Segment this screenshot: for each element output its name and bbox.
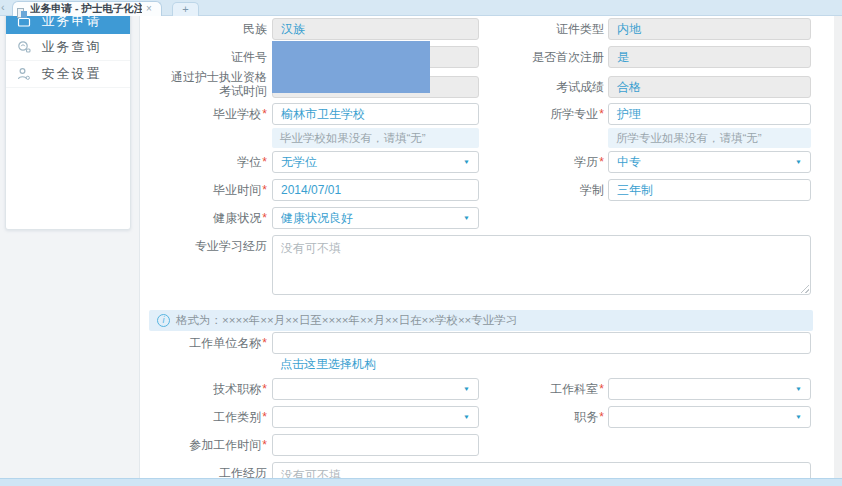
required-asterisk: *: [262, 183, 267, 197]
chevron-down-icon: ▼: [795, 408, 802, 426]
selected-value: 无学位: [281, 152, 463, 172]
work-experience-textarea[interactable]: [272, 462, 811, 478]
label-education: 学历*: [486, 151, 604, 173]
graduation-school-input[interactable]: 榆林市卫生学校: [272, 103, 479, 125]
browser-tab[interactable]: 业务申请 - 护士电子化注 ×: [12, 1, 162, 16]
selected-value: 中专: [617, 152, 795, 172]
chevron-down-icon: ▼: [463, 153, 470, 171]
first-registration-field: 是: [608, 46, 811, 68]
sidebar-item-label: 安全设置: [39, 65, 130, 83]
required-asterisk: *: [262, 410, 267, 424]
label-work-category: 工作类别*: [140, 406, 267, 428]
exam-result-field: 合格: [608, 76, 811, 98]
graduation-date-input[interactable]: 2014/07/01: [272, 179, 479, 201]
label-schooling-length: 学制: [486, 179, 604, 201]
chevron-down-icon: ▼: [795, 380, 802, 398]
tab-bar: ‹ 业务申请 - 护士电子化注 × +: [0, 0, 842, 16]
graduation-school-hint: 毕业学校如果没有，请填“无”: [272, 128, 479, 148]
join-work-time-input[interactable]: [272, 434, 479, 456]
person-query-icon: [17, 40, 31, 54]
label-work-department: 工作科室*: [486, 378, 604, 400]
required-asterisk: *: [599, 382, 604, 396]
redaction-overlay: [272, 41, 430, 93]
person-icon: [17, 67, 31, 81]
tab-scroll-left-icon[interactable]: ‹: [1, 0, 5, 15]
chevron-down-icon: ▼: [463, 380, 470, 398]
label-join-work-time: 参加工作时间*: [140, 434, 267, 456]
label-work-unit: 工作单位名称*: [140, 332, 267, 354]
scrollbar-track[interactable]: [834, 16, 842, 478]
format-info-text: 格式为：××××年××月××日至××××年××月××日在××学校××专业学习: [176, 313, 517, 328]
label-position: 职务*: [486, 406, 604, 428]
tab-close-icon[interactable]: ×: [146, 4, 152, 14]
schooling-length-input[interactable]: 三年制: [608, 179, 811, 201]
label-graduation-date: 毕业时间*: [140, 179, 267, 201]
label-work-experience: 工作经历: [140, 462, 267, 478]
technical-title-select[interactable]: ▼: [272, 378, 479, 400]
id-type-field: 内地: [608, 18, 811, 40]
required-asterisk: *: [262, 211, 267, 225]
label-first-registration: 是否首次注册: [486, 46, 604, 68]
study-experience-textarea[interactable]: [272, 235, 811, 295]
required-asterisk: *: [262, 107, 267, 121]
chevron-down-icon: ▼: [463, 209, 470, 227]
health-status-select[interactable]: 健康状况良好 ▼: [272, 207, 479, 229]
sidebar-item-business-query[interactable]: 业务查询: [6, 34, 130, 61]
label-major: 所学专业*: [486, 103, 604, 125]
new-tab-button[interactable]: +: [172, 2, 199, 16]
label-exam-pass-time: 通过护士执业资格考试时间: [140, 70, 267, 98]
sidebar-item-label: 业务查询: [39, 38, 130, 56]
selected-value: 健康状况良好: [281, 208, 463, 228]
sidebar-item-security-settings[interactable]: 安全设置: [6, 61, 130, 88]
required-asterisk: *: [262, 438, 267, 452]
label-ethnicity: 民族: [140, 18, 267, 40]
work-unit-input[interactable]: [272, 332, 811, 354]
required-asterisk: *: [262, 336, 267, 350]
label-id-type: 证件类型: [486, 18, 604, 40]
select-institution-link[interactable]: 点击这里选择机构: [280, 356, 376, 373]
required-asterisk: *: [262, 155, 267, 169]
label-study-experience: 专业学习经历: [140, 235, 267, 257]
sidebar: 业务申请 业务查询 安全设置: [5, 6, 131, 230]
position-select[interactable]: ▼: [608, 406, 811, 428]
work-category-select[interactable]: ▼: [272, 406, 479, 428]
required-asterisk: *: [262, 382, 267, 396]
required-asterisk: *: [599, 410, 604, 424]
label-exam-result: 考试成绩: [486, 76, 604, 98]
degree-select[interactable]: 无学位 ▼: [272, 151, 479, 173]
tab-title: 业务申请 - 护士电子化注: [30, 2, 142, 16]
major-input[interactable]: 护理: [608, 103, 811, 125]
chevron-down-icon: ▼: [795, 153, 802, 171]
chevron-down-icon: ▼: [463, 408, 470, 426]
required-asterisk: *: [599, 155, 604, 169]
format-info-bar: i 格式为：××××年××月××日至××××年××月××日在××学校××专业学习: [149, 310, 813, 331]
bottom-frame-bar: [0, 478, 842, 486]
tab-favicon-icon: [17, 4, 27, 14]
form-panel: 民族 汉族 证件类型 内地 证件号 是否首次注册 是 通过护士执业资格考试时间 …: [139, 16, 834, 478]
ethnicity-field: 汉族: [272, 18, 479, 40]
major-hint: 所学专业如果没有，请填“无”: [608, 128, 811, 148]
label-technical-title: 技术职称*: [140, 378, 267, 400]
label-health-status: 健康状况*: [140, 207, 267, 229]
label-id-number: 证件号: [140, 46, 267, 68]
work-department-select[interactable]: ▼: [608, 378, 811, 400]
required-asterisk: *: [599, 107, 604, 121]
info-icon: i: [157, 314, 170, 327]
label-degree: 学位*: [140, 151, 267, 173]
education-select[interactable]: 中专 ▼: [608, 151, 811, 173]
label-graduation-school: 毕业学校*: [140, 103, 267, 125]
